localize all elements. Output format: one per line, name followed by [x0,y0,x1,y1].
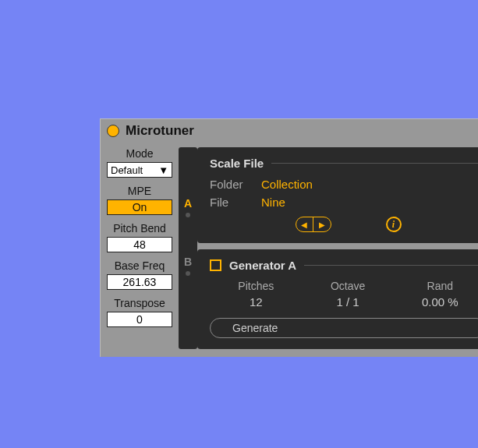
prev-file-button[interactable]: ◀ [296,217,313,231]
pitches-label: Pitches [238,280,274,292]
next-file-button[interactable]: ▶ [313,217,331,231]
generate-button[interactable]: Generate [210,318,478,338]
rand-label: Rand [422,280,459,292]
mode-select[interactable]: Default ▼ [107,162,172,178]
pitches-param[interactable]: Pitches 12 [238,280,274,309]
generator-title-row: Generator A [210,259,478,272]
folder-label: Folder [210,178,250,191]
chevron-down-icon: ▼ [158,164,168,176]
rand-param[interactable]: Rand 0.00 % [422,280,459,309]
ab-tab-column: A B [179,147,197,349]
tab-b[interactable]: B [184,242,192,290]
scale-file-title-row: Scale File [210,157,478,170]
mpe-label: MPE [107,185,172,197]
device-active-dot[interactable] [107,125,119,137]
pitch-bend-label: Pitch Bend [107,222,172,235]
pitches-value: 12 [238,295,274,309]
scale-file-panel: Scale File Folder Collection ▼ File Nine… [197,147,478,243]
folder-row: Folder Collection ▼ [210,178,478,191]
generator-title: Generator A [229,259,296,272]
scale-file-title: Scale File [210,157,264,170]
tab-a-dot [186,213,190,217]
mode-value: Default [111,164,143,176]
left-params-column: Mode Default ▼ MPE On Pitch Bend 48 Base… [101,143,179,357]
file-row: File Nine ▼ [210,196,478,209]
base-freq-label: Base Freq [107,259,172,272]
rand-value: 0.00 % [422,295,459,309]
file-nav-arrows: ◀ ▶ [296,217,331,232]
device-title: Microtuner [126,123,194,139]
transpose-label: Transpose [107,297,172,309]
file-select[interactable]: Nine [261,196,467,209]
octave-label: Octave [331,280,365,292]
base-freq-input[interactable]: 261.63 [107,274,172,290]
device-titlebar: Microtuner [101,119,478,143]
generator-enable-checkbox[interactable] [210,259,221,271]
file-nav-row: ◀ ▶ i [210,217,478,232]
folder-select[interactable]: Collection [261,178,467,191]
microtuner-device: Microtuner Mode Default ▼ MPE On Pitch B… [100,118,478,357]
divider-line [304,265,478,266]
file-label: File [210,196,250,209]
octave-param[interactable]: Octave 1 / 1 [331,280,365,309]
tab-a[interactable]: A [184,183,192,231]
tab-a-label: A [184,197,192,210]
device-body: Mode Default ▼ MPE On Pitch Bend 48 Base… [101,143,478,357]
tab-b-label: B [184,256,192,268]
generator-panel: Generator A Pitches 12 Octave 1 / 1 Rand [197,249,478,349]
generator-params-row: Pitches 12 Octave 1 / 1 Rand 0.00 % [210,280,478,309]
tab-b-dot [186,271,190,276]
info-icon[interactable]: i [386,217,402,232]
octave-value: 1 / 1 [331,295,365,309]
mode-label: Mode [107,147,172,160]
transpose-input[interactable]: 0 [107,312,172,327]
right-panels-column: Scale File Folder Collection ▼ File Nine… [197,143,478,357]
divider-line [271,163,478,164]
mpe-toggle[interactable]: On [107,199,172,215]
pitch-bend-input[interactable]: 48 [107,237,172,252]
